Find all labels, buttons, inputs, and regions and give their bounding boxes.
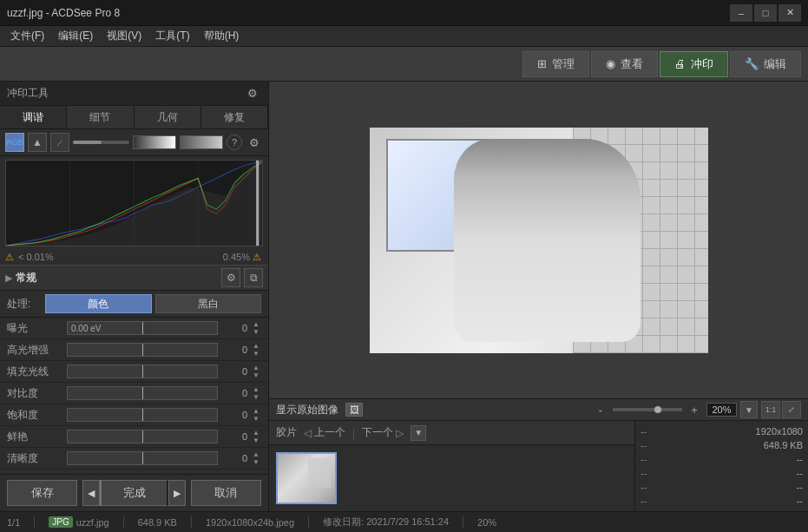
highlight-spinner[interactable]: ▲▼: [251, 342, 261, 358]
saturation-number: 0: [221, 410, 247, 420]
contrast-slider[interactable]: [67, 386, 218, 400]
exposure-slider[interactable]: 0.00 eV: [67, 321, 218, 335]
window-title: uzzf.jpg - ACDSee Pro 8: [7, 7, 120, 19]
exposure-label: 曝光: [7, 321, 63, 336]
saturation-slider[interactable]: [67, 408, 218, 422]
status-zoom: 20%: [477, 517, 496, 528]
panel-tabs: 调谐 细节 几何 修复: [0, 106, 268, 129]
minimize-button[interactable]: –: [730, 4, 752, 22]
print-button[interactable]: 🖨 冲印: [660, 51, 728, 77]
close-button[interactable]: ✕: [778, 4, 801, 22]
saturation-spinner[interactable]: ▲▼: [251, 407, 261, 423]
menu-help[interactable]: 帮助(H): [197, 27, 246, 45]
section-settings-button[interactable]: ⚙: [221, 268, 240, 287]
status-dimensions: 1920x1080x24b.jpeg: [206, 517, 294, 528]
image-icon: 🖼: [350, 404, 359, 415]
info-label-2: --: [640, 440, 647, 450]
brightness-slider[interactable]: [73, 141, 129, 144]
info-value-4: --: [797, 468, 803, 478]
fit-button-2[interactable]: ⤢: [782, 401, 801, 418]
tab-geometry[interactable]: 几何: [135, 106, 201, 128]
histogram: [5, 160, 263, 246]
filmstrip-left: 胶片 ◁ 上一个 | 下一个 ▷ ▼: [269, 421, 634, 511]
status-modified: 修改日期: 2021/7/29 16:51:24: [323, 516, 449, 529]
fit-buttons: 1:1 ⤢: [761, 401, 801, 418]
tools-row: RGB ▲ ⟋ ? ⚙: [0, 129, 268, 156]
complete-nav-group: ◀ 完成 ▶: [82, 480, 186, 506]
info-label-4: --: [640, 468, 647, 478]
filmstrip-photos: [269, 445, 634, 511]
menu-edit[interactable]: 编辑(E): [51, 27, 100, 45]
processing-row: 处理: 颜色 黑白: [0, 291, 268, 318]
film-prev-button[interactable]: ◁ 上一个: [304, 425, 345, 440]
zoom-out-button[interactable]: -: [592, 401, 609, 418]
info-value-2: 648.9 KB: [764, 440, 803, 450]
menu-bar: 文件(F) 编辑(E) 视图(V) 工具(T) 帮助(H): [0, 26, 808, 47]
grid-icon: ⊞: [537, 57, 547, 70]
wrench-icon: 🔧: [745, 57, 759, 70]
filmstrip-nav-row: 胶片 ◁ 上一个 | 下一个 ▷ ▼: [269, 421, 634, 445]
right-area: 显示原始图像 🖼 - + 20% ▼ 1:1 ⤢: [269, 82, 808, 511]
complete-prev-button[interactable]: ◀: [82, 480, 100, 506]
film-next-button[interactable]: 下一个 ▷: [362, 425, 404, 440]
clarity-slider[interactable]: [67, 451, 218, 465]
color-processing-button[interactable]: 颜色: [45, 294, 152, 313]
section-expand-button[interactable]: ⧉: [244, 268, 263, 287]
info-label-6: --: [640, 496, 647, 506]
menu-tools[interactable]: 工具(T): [148, 27, 196, 45]
complete-button[interactable]: 完成: [100, 480, 168, 506]
save-button[interactable]: 保存: [7, 480, 77, 506]
fit-button-1[interactable]: 1:1: [761, 401, 780, 418]
filmstrip-main-row: 胶片 ◁ 上一个 | 下一个 ▷ ▼: [269, 421, 808, 511]
fill-light-slider[interactable]: [67, 365, 218, 378]
vibrance-spinner[interactable]: ▲▼: [251, 429, 261, 444]
bw-processing-button[interactable]: 黑白: [155, 294, 262, 313]
print-icon: 🖨: [674, 57, 686, 70]
contrast-row: 对比度 0 ▲▼: [0, 383, 268, 404]
tab-tune[interactable]: 调谐: [0, 106, 67, 128]
triangle-tool-button[interactable]: ▲: [28, 133, 47, 152]
vibrance-slider[interactable]: [67, 430, 218, 443]
tab-repair[interactable]: 修复: [201, 106, 268, 128]
cancel-button[interactable]: 取消: [191, 480, 261, 506]
film-thumb-1[interactable]: [276, 452, 337, 504]
info-row-4: -- --: [640, 468, 803, 478]
show-original-icon[interactable]: 🖼: [345, 403, 363, 417]
clarity-spinner[interactable]: ▲▼: [251, 450, 261, 466]
maximize-button[interactable]: □: [754, 4, 777, 22]
histogram-svg: [6, 161, 262, 246]
zoom-dropdown-button[interactable]: ▼: [740, 401, 758, 418]
tools-settings-icon[interactable]: ⚙: [246, 134, 263, 151]
filmstrip-toolbar: 显示原始图像 🖼 - + 20% ▼ 1:1 ⤢: [269, 399, 808, 421]
left-panel: 冲印工具 ⚙ 调谐 细节 几何 修复 RGB ▲ ⟋ ? ⚙: [0, 82, 269, 511]
settings-icon[interactable]: ⚙: [244, 85, 261, 102]
contrast-spinner[interactable]: ▲▼: [251, 385, 261, 401]
status-page: 1/1: [7, 517, 20, 528]
menu-file[interactable]: 文件(F): [3, 27, 51, 45]
highlight-slider[interactable]: [67, 343, 218, 357]
filmstrip-area: 显示原始图像 🖼 - + 20% ▼ 1:1 ⤢: [269, 398, 808, 511]
help-icon[interactable]: ?: [227, 135, 242, 150]
manage-button[interactable]: ⊞ 管理: [522, 51, 589, 77]
zoom-slider[interactable]: [613, 408, 682, 411]
edit-button[interactable]: 🔧 编辑: [730, 51, 801, 77]
contrast-label: 对比度: [7, 386, 63, 401]
film-dropdown-button[interactable]: ▼: [411, 425, 426, 441]
top-toolbar: ⊞ 管理 ◉ 查看 🖨 冲印 🔧 编辑: [0, 47, 808, 82]
photo-person: [454, 139, 640, 342]
title-bar: uzzf.jpg - ACDSee Pro 8 – □ ✕: [0, 0, 808, 26]
view-button[interactable]: ◉ 查看: [591, 51, 658, 77]
complete-next-button[interactable]: ▶: [168, 480, 186, 506]
tab-detail[interactable]: 细节: [67, 106, 134, 128]
show-original-label: 显示原始图像: [276, 403, 338, 417]
info-row-6: -- --: [640, 496, 803, 506]
panel-header-controls: ⚙: [244, 85, 261, 102]
zoom-in-button[interactable]: +: [686, 401, 703, 418]
rgb-tool-button[interactable]: RGB: [5, 133, 24, 152]
exposure-spinner[interactable]: ▲▼: [251, 320, 261, 336]
curve-tool-button[interactable]: ⟋: [50, 133, 69, 152]
section-controls: ⚙ ⧉: [221, 268, 263, 287]
fill-light-spinner[interactable]: ▲▼: [251, 364, 261, 379]
menu-view[interactable]: 视图(V): [100, 27, 148, 45]
fill-light-number: 0: [221, 366, 247, 377]
